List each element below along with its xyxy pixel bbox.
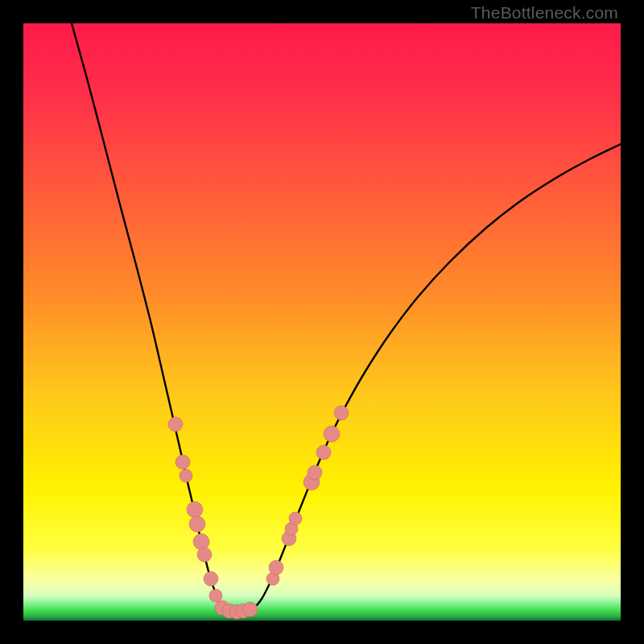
data-marker xyxy=(193,534,209,550)
data-marker xyxy=(187,502,203,518)
chart-frame: TheBottleneck.com xyxy=(0,0,644,644)
data-marker xyxy=(243,602,258,617)
data-markers xyxy=(168,406,349,619)
data-marker xyxy=(180,469,192,482)
data-marker xyxy=(334,406,349,420)
data-marker xyxy=(324,426,340,442)
data-marker xyxy=(204,572,218,586)
watermark: TheBottleneck.com xyxy=(471,3,618,23)
data-marker xyxy=(189,516,205,532)
plot-area xyxy=(23,23,621,621)
data-marker xyxy=(316,445,331,460)
data-marker xyxy=(289,512,302,525)
data-marker xyxy=(168,417,183,431)
curve-path xyxy=(72,23,621,612)
data-marker xyxy=(269,560,283,575)
bottleneck-curve xyxy=(72,23,621,612)
data-marker xyxy=(197,547,212,562)
data-marker xyxy=(209,589,222,602)
data-marker xyxy=(308,465,322,480)
data-marker xyxy=(175,455,190,469)
chart-svg xyxy=(23,23,621,621)
